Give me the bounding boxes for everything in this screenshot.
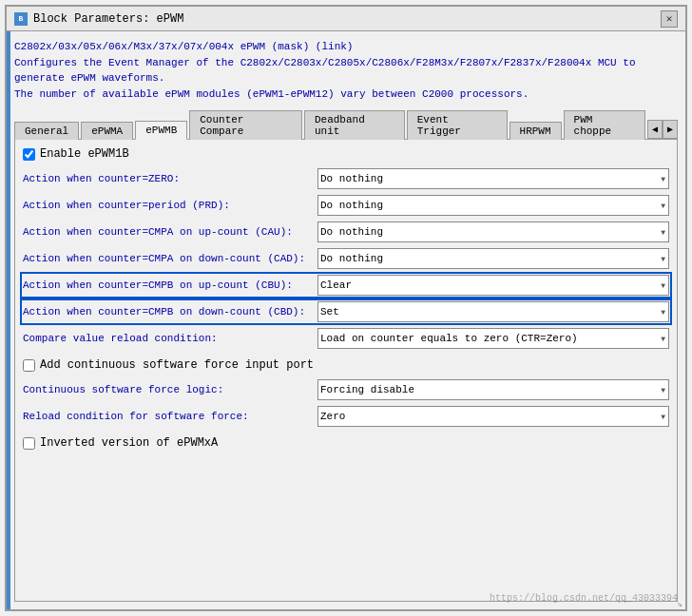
label-reload-condition: Compare value reload condition:: [23, 333, 317, 344]
label-zero: Action when counter=ZERO:: [23, 173, 317, 184]
inverted-checkbox[interactable]: [23, 437, 35, 450]
tab-arrow-right[interactable]: ▶: [663, 120, 678, 139]
content-area: C2802x/03x/05x/06x/M3x/37x/07x/004x ePWM…: [7, 31, 685, 609]
tab-general[interactable]: General: [14, 122, 79, 140]
close-button[interactable]: ✕: [661, 10, 678, 28]
tab-epwmb[interactable]: ePWMB: [135, 121, 187, 140]
label-cmpa-up: Action when counter=CMPA on up-count (CA…: [23, 226, 317, 238]
title-bar-left: B Block Parameters: ePWM: [14, 12, 183, 26]
tab-deadband[interactable]: Deadband unit: [304, 110, 405, 140]
label-cmpb-up: Action when counter=CMPB on up-count (CB…: [23, 279, 317, 291]
inverted-checkbox-row: Inverted version of ePWMxA: [23, 436, 669, 450]
tab-event-trigger[interactable]: Event Trigger: [407, 110, 508, 140]
add-port-checkbox[interactable]: [23, 359, 35, 372]
select-wrapper-cmpb-down: Do nothing Clear Set Toggle: [317, 301, 669, 322]
label-period: Action when counter=period (PRD):: [23, 200, 317, 211]
select-wrapper-reload: Load on counter equals to zero (CTR=Zero…: [317, 328, 669, 349]
row-cmpa-down: Action when counter=CMPA on down-count (…: [23, 248, 669, 269]
select-wrapper-period: Do nothing Clear Set Toggle: [317, 195, 669, 216]
row-reload-software: Reload condition for software force: Zer…: [23, 406, 669, 427]
select-continuous[interactable]: Forcing disable Force low Force high: [317, 379, 669, 400]
tab-content: Enable ePWM1B Action when counter=ZERO: …: [14, 140, 678, 602]
main-window: B Block Parameters: ePWM ✕ C2802x/03x/05…: [5, 5, 687, 611]
enable-checkbox[interactable]: [23, 148, 35, 161]
row-cmpb-up: Action when counter=CMPB on up-count (CB…: [23, 275, 669, 296]
tab-counter-compare[interactable]: Counter Compare: [189, 110, 302, 140]
desc-line1: C2802x/03x/05x/06x/M3x/37x/07x/004x ePWM…: [14, 39, 678, 55]
select-reload-software[interactable]: Zero Period Zero or Period Immediate: [317, 406, 669, 427]
select-cmpb-down[interactable]: Do nothing Clear Set Toggle: [317, 301, 669, 322]
desc-line2: Configures the Event Manager of the C280…: [14, 55, 678, 87]
tab-hrpwm[interactable]: HRPWM: [509, 122, 562, 140]
select-wrapper-cmpb-up: Do nothing Clear Set Toggle: [317, 275, 669, 296]
label-continuous: Continuous software force logic:: [23, 384, 317, 395]
select-zero[interactable]: Do nothing Clear Set Toggle: [317, 168, 669, 189]
row-continuous: Continuous software force logic: Forcing…: [23, 379, 669, 400]
tab-arrow-left[interactable]: ◀: [647, 120, 663, 139]
enable-label: Enable ePWM1B: [40, 147, 129, 161]
select-cmpa-down[interactable]: Do nothing Clear Set Toggle: [317, 248, 669, 269]
row-zero: Action when counter=ZERO: Do nothing Cle…: [23, 168, 669, 189]
left-accent-border: [7, 31, 10, 609]
row-cmpb-down: Action when counter=CMPB on down-count (…: [23, 301, 669, 322]
label-cmpa-down: Action when counter=CMPA on down-count (…: [23, 253, 317, 264]
select-wrapper-zero: Do nothing Clear Set Toggle: [317, 168, 669, 189]
enable-checkbox-row: Enable ePWM1B: [23, 147, 669, 161]
window-title: Block Parameters: ePWM: [33, 12, 183, 26]
select-wrapper-cmpa-down: Do nothing Clear Set Toggle: [317, 248, 669, 269]
select-wrapper-continuous: Forcing disable Force low Force high: [317, 379, 669, 400]
add-port-checkbox-row: Add continuous software force input port: [23, 358, 669, 372]
window-icon: B: [14, 12, 28, 26]
tab-pwm-chopper[interactable]: PWM choppe: [564, 110, 645, 140]
watermark: https://blog.csdn.net/qq_43033394: [490, 593, 678, 604]
row-period: Action when counter=period (PRD): Do not…: [23, 195, 669, 216]
select-cmpb-up[interactable]: Do nothing Clear Set Toggle: [317, 275, 669, 296]
inverted-label: Inverted version of ePWMxA: [40, 436, 218, 450]
title-bar: B Block Parameters: ePWM ✕: [7, 7, 685, 31]
label-cmpb-down: Action when counter=CMPB on down-count (…: [23, 306, 317, 318]
label-reload-software: Reload condition for software force:: [23, 411, 317, 422]
desc-line3: The number of available ePWM modules (eP…: [14, 87, 678, 103]
select-wrapper-reload-software: Zero Period Zero or Period Immediate: [317, 406, 669, 427]
add-port-label: Add continuous software force input port: [40, 358, 314, 372]
select-period[interactable]: Do nothing Clear Set Toggle: [317, 195, 669, 216]
select-reload[interactable]: Load on counter equals to zero (CTR=Zero…: [317, 328, 669, 349]
description-block: C2802x/03x/05x/06x/M3x/37x/07x/004x ePWM…: [14, 39, 678, 102]
select-cmpa-up[interactable]: Do nothing Clear Set Toggle: [317, 221, 669, 242]
resize-handle[interactable]: ⇘: [674, 598, 685, 609]
tab-epwma[interactable]: ePWMA: [81, 122, 133, 140]
select-wrapper-cmpa-up: Do nothing Clear Set Toggle: [317, 221, 669, 242]
tab-arrows: ◀ ▶: [647, 120, 678, 139]
row-reload-condition: Compare value reload condition: Load on …: [23, 328, 669, 349]
tabs-row: General ePWMA ePWMB Counter Compare Dead…: [14, 109, 678, 140]
row-cmpa-up: Action when counter=CMPA on up-count (CA…: [23, 221, 669, 242]
